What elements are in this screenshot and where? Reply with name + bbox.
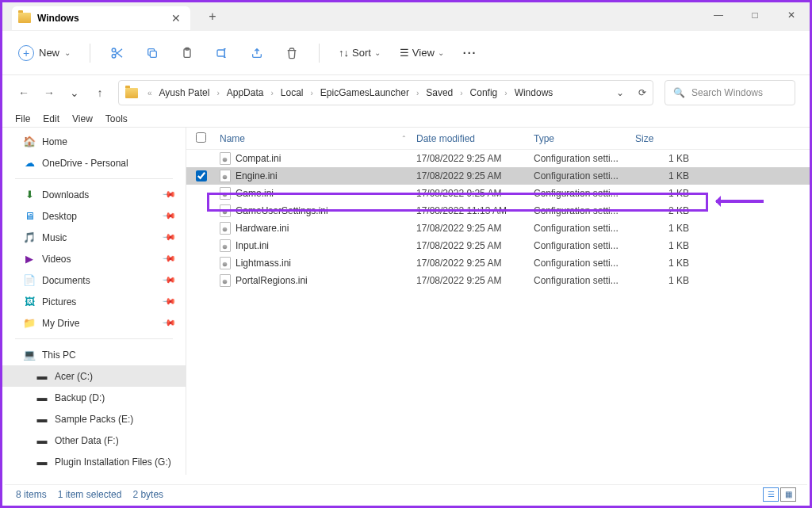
sidebar-item-music[interactable]: 🎵Music📌 — [2, 227, 186, 248]
toolbar: + New ⌄ ↑↓ Sort ⌄ ☰ View ⌄ ··· — [2, 31, 810, 75]
column-size[interactable]: Size — [635, 133, 699, 144]
separator — [15, 178, 173, 179]
sidebar-item-pictures[interactable]: 🖼Pictures📌 — [2, 291, 186, 312]
pin-icon: 📌 — [161, 315, 176, 330]
sort-indicator-icon: ⌃ — [401, 135, 407, 142]
table-row[interactable]: Hardware.ini17/08/2022 9:25 AMConfigurat… — [186, 220, 810, 237]
file-size: 1 KB — [635, 170, 699, 181]
more-button[interactable]: ··· — [463, 47, 477, 59]
forward-button[interactable]: → — [42, 86, 56, 99]
thumbnails-view-icon[interactable]: ▦ — [780, 487, 796, 502]
file-date: 17/08/2022 9:25 AM — [416, 170, 534, 181]
crumb[interactable]: Saved — [425, 87, 454, 98]
drive-icon: ▬ — [36, 370, 48, 383]
file-size: 1 KB — [635, 188, 699, 199]
close-window-button[interactable]: ✕ — [773, 2, 810, 28]
sidebar-item-drive-c[interactable]: ▬Acer (C:) — [2, 365, 186, 387]
main: 🏠Home ☁OneDrive - Personal ⬇Downloads📌 🖥… — [2, 128, 810, 475]
sidebar-item-mydrive[interactable]: 📁My Drive📌 — [2, 312, 186, 334]
file-date: 17/08/2022 9:25 AM — [416, 240, 534, 251]
copy-icon[interactable] — [144, 45, 160, 61]
share-icon[interactable] — [249, 45, 265, 61]
select-all-checkbox[interactable] — [196, 132, 220, 145]
dropdown-icon[interactable]: ⌄ — [616, 87, 624, 98]
minimize-button[interactable]: — — [700, 2, 737, 28]
column-type[interactable]: Type — [534, 133, 635, 144]
chevron-down-icon: ⌄ — [374, 48, 381, 57]
recent-dropdown[interactable]: ⌄ — [67, 86, 82, 99]
crumb[interactable]: Windows — [514, 87, 554, 98]
menu-view[interactable]: View — [72, 113, 93, 124]
search-input[interactable]: 🔍 Search Windows — [665, 80, 795, 105]
pin-icon: 📌 — [161, 294, 176, 309]
file-name: Lightmass.ini — [236, 258, 291, 269]
file-icon — [220, 257, 231, 269]
chevron-right-icon: › — [457, 89, 465, 97]
crumb[interactable]: Local — [280, 87, 304, 98]
up-button[interactable]: ↑ — [93, 86, 107, 99]
file-date: 17/08/2022 11:13 AM — [416, 205, 534, 216]
file-name: PortalRegions.ini — [236, 275, 308, 286]
row-checkbox[interactable] — [196, 170, 220, 181]
file-type: Configuration setti... — [534, 223, 635, 234]
column-date[interactable]: Date modified — [416, 133, 534, 144]
menu-tools[interactable]: Tools — [105, 113, 128, 124]
sidebar-item-documents[interactable]: 📄Documents📌 — [2, 269, 186, 291]
sidebar-item-thispc[interactable]: 💻This PC — [2, 344, 186, 365]
sidebar-item-desktop[interactable]: 🖥Desktop📌 — [2, 205, 186, 227]
breadcrumb[interactable]: « Ayush Patel › AppData › Local › EpicGa… — [118, 80, 653, 105]
cut-icon[interactable] — [109, 45, 125, 61]
file-date: 17/08/2022 9:25 AM — [416, 188, 534, 199]
delete-icon[interactable] — [284, 45, 300, 61]
details-view-icon[interactable]: ☰ — [763, 487, 779, 502]
new-tab-button[interactable]: + — [201, 6, 224, 28]
crumb[interactable]: Ayush Patel — [159, 87, 211, 98]
crumb[interactable]: EpicGamesLauncher — [320, 87, 410, 98]
file-icon — [220, 239, 231, 252]
file-name: Game.ini — [236, 188, 274, 199]
table-row[interactable]: Lightmass.ini17/08/2022 9:25 AMConfigura… — [186, 254, 810, 272]
column-name[interactable]: Name⌃ — [220, 133, 416, 144]
document-icon: 📄 — [23, 274, 36, 287]
separator — [90, 44, 90, 63]
drive-icon: ▬ — [36, 456, 48, 468]
active-tab[interactable]: Windows ✕ — [12, 6, 190, 30]
rename-icon[interactable] — [214, 45, 230, 61]
view-button[interactable]: ☰ View ⌄ — [400, 47, 444, 59]
new-button[interactable]: + New ⌄ — [18, 45, 71, 61]
sidebar-item-drive-e[interactable]: ▬Sample Packs (E:) — [2, 408, 186, 430]
sidebar-item-onedrive[interactable]: ☁OneDrive - Personal — [2, 152, 186, 174]
menu-file[interactable]: File — [15, 113, 30, 124]
file-size: 1 KB — [635, 223, 699, 234]
file-date: 17/08/2022 9:25 AM — [416, 258, 534, 269]
pc-icon: 💻 — [23, 349, 36, 361]
sidebar-item-videos[interactable]: ▶Videos📌 — [2, 248, 186, 269]
back-button[interactable]: ← — [17, 86, 31, 99]
maximize-button[interactable]: □ — [737, 2, 773, 28]
sidebar-item-drive-f[interactable]: ▬Other Data (F:) — [2, 430, 186, 451]
sidebar-item-drive-g[interactable]: ▬Plugin Installation Files (G:) — [2, 451, 186, 472]
chevron-right-icon: › — [307, 89, 316, 97]
close-tab-icon[interactable]: ✕ — [170, 12, 182, 25]
table-row[interactable]: Input.ini17/08/2022 9:25 AMConfiguration… — [186, 237, 810, 254]
menu-edit[interactable]: Edit — [43, 113, 59, 124]
file-icon — [220, 204, 231, 217]
refresh-icon[interactable]: ⟳ — [638, 87, 646, 98]
sidebar-item-downloads[interactable]: ⬇Downloads📌 — [2, 184, 186, 205]
sort-button[interactable]: ↑↓ Sort ⌄ — [339, 47, 381, 59]
pin-icon: 📌 — [161, 208, 176, 223]
paste-icon[interactable] — [179, 45, 195, 61]
crumb-overflow[interactable]: « — [144, 89, 155, 97]
pin-icon: 📌 — [161, 251, 176, 266]
crumb[interactable]: AppData — [226, 87, 265, 98]
file-icon — [220, 274, 231, 287]
folder-icon: 📁 — [23, 317, 36, 330]
sidebar-item-home[interactable]: 🏠Home — [2, 131, 186, 152]
file-date: 17/08/2022 9:25 AM — [416, 153, 534, 164]
sidebar-item-drive-d[interactable]: ▬Backup (D:) — [2, 387, 186, 408]
table-row[interactable]: Engine.ini17/08/2022 9:25 AMConfiguratio… — [186, 167, 810, 185]
crumb[interactable]: Config — [469, 87, 499, 98]
table-row[interactable]: PortalRegions.ini17/08/2022 9:25 AMConfi… — [186, 272, 810, 289]
table-row[interactable]: Compat.ini17/08/2022 9:25 AMConfiguratio… — [186, 150, 810, 167]
window-controls: — □ ✕ — [700, 2, 810, 28]
